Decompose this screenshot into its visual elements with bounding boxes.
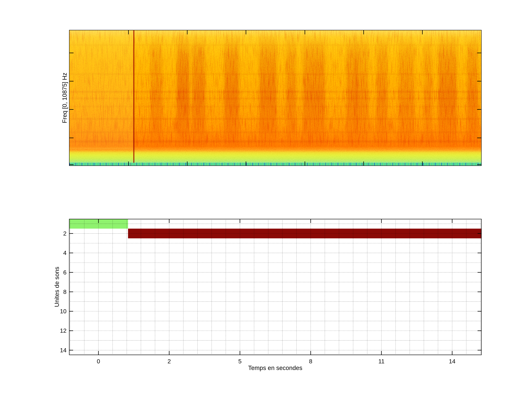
axis-tick xyxy=(70,138,74,138)
sound-unit-bar-2 xyxy=(128,229,481,239)
x-tick-label: 2 xyxy=(168,358,171,365)
y-tick-label: 6 xyxy=(63,269,66,276)
spectrogram-onset-line xyxy=(133,30,134,164)
axis-tick xyxy=(70,81,74,82)
axis-tick xyxy=(128,161,129,165)
y-tick-label: 2 xyxy=(63,230,66,237)
axis-tick xyxy=(477,53,481,53)
axis-tick xyxy=(477,109,481,110)
axis-tick xyxy=(128,30,129,34)
spectrogram-plot xyxy=(69,30,481,166)
figure-window: { "figure": { "background": "#ffffff" },… xyxy=(0,0,532,399)
axis-tick xyxy=(422,30,423,34)
axis-tick xyxy=(70,53,74,53)
axis-tick xyxy=(305,161,305,165)
y-tick-label: 12 xyxy=(60,327,66,334)
axis-tick xyxy=(70,165,74,165)
y-tick-label: 14 xyxy=(60,347,66,354)
units-plot-frame xyxy=(69,219,481,355)
y-tick-label: 8 xyxy=(63,289,66,295)
x-tick-label: 11 xyxy=(378,358,384,365)
axis-tick xyxy=(246,161,246,165)
spectrogram-quiet-region xyxy=(70,30,134,149)
y-tick-label: 10 xyxy=(60,308,66,315)
axis-tick xyxy=(70,109,74,110)
spectrogram-canvas[interactable] xyxy=(70,30,481,165)
spectrogram-cyan-strip xyxy=(70,163,481,165)
axis-tick xyxy=(363,30,364,34)
x-tick-label: 14 xyxy=(449,358,456,365)
units-x-axis-label: Temps en secondes xyxy=(248,364,302,372)
spectrogram-y-axis-label: Freq [0, 10875] Hz xyxy=(61,73,68,123)
units-plot[interactable]: 025811142468101214 xyxy=(69,219,481,355)
y-tick-label: 4 xyxy=(63,250,66,256)
axis-tick xyxy=(187,30,188,34)
axis-tick xyxy=(477,138,481,138)
x-tick-label: 5 xyxy=(238,358,242,365)
x-tick-label: 8 xyxy=(309,358,312,365)
axis-tick xyxy=(305,30,305,34)
x-tick-label: 0 xyxy=(97,358,100,365)
axis-tick xyxy=(477,81,481,82)
axis-tick xyxy=(246,30,246,34)
axis-tick xyxy=(422,161,423,165)
axis-tick xyxy=(187,161,188,165)
units-y-axis-label: Unites de sons xyxy=(53,267,60,307)
axis-tick xyxy=(363,161,364,165)
axis-tick xyxy=(477,165,481,165)
